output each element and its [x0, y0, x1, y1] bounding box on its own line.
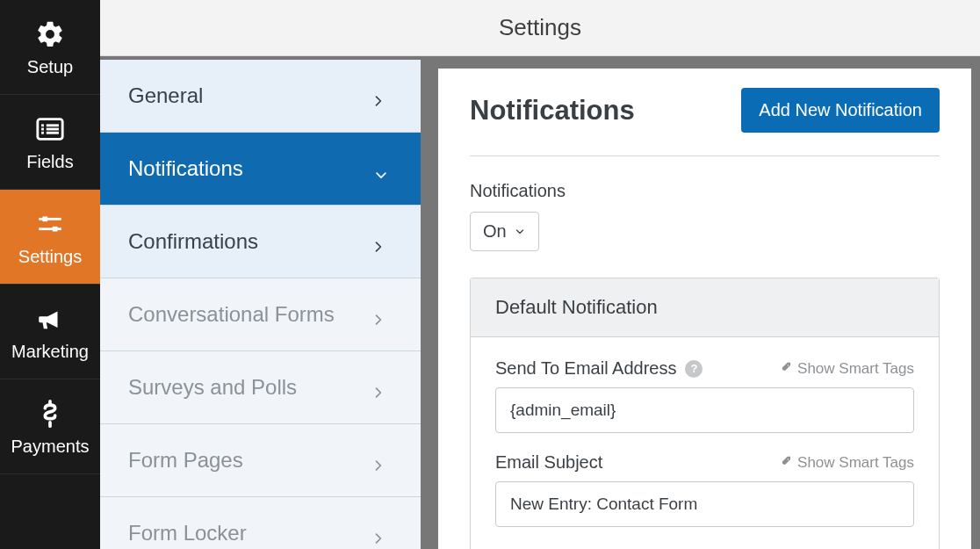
rail-item-label: Payments	[11, 437, 90, 457]
nav-item-label: Notifications	[128, 156, 243, 181]
show-smart-tags-link[interactable]: Show Smart Tags	[778, 360, 914, 378]
rail-item-label: Settings	[18, 247, 82, 267]
add-new-notification-button[interactable]: Add New Notification	[741, 88, 940, 133]
notification-card: Default Notification Send To Email Addre…	[470, 278, 940, 549]
subject-input[interactable]	[495, 481, 914, 527]
left-rail: Setup Fields Settings Marketing Payments	[0, 0, 100, 549]
section-heading: Notifications	[470, 95, 635, 126]
panes: General Notifications Confirmations Conv…	[100, 56, 980, 549]
bullhorn-icon	[32, 301, 68, 336]
rail-item-label: Fields	[26, 152, 73, 172]
nav-item-label: Form Locker	[128, 521, 247, 545]
workspace: Settings General Notifications Confirmat…	[100, 0, 980, 549]
smart-tags-label: Show Smart Tags	[797, 454, 914, 472]
subject-row: Email Subject Show Smart Tags	[495, 452, 914, 527]
send-to-row: Send To Email Address ? Show Smart Tags	[495, 358, 914, 433]
show-smart-tags-link[interactable]: Show Smart Tags	[778, 454, 914, 472]
card-header: Notifications Add New Notification	[470, 88, 940, 156]
nav-item-label: General	[128, 83, 203, 108]
nav-item-label: Conversational Forms	[128, 302, 335, 327]
rail-item-marketing[interactable]: Marketing	[0, 285, 100, 379]
nav-item-notifications[interactable]: Notifications	[100, 133, 421, 206]
notifications-toggle-block: Notifications On	[470, 181, 940, 251]
chevron-right-icon	[373, 454, 386, 466]
notification-card-body: Send To Email Address ? Show Smart Tags	[471, 337, 939, 549]
chevron-right-icon	[373, 90, 386, 102]
notifications-toggle-label: Notifications	[470, 181, 940, 201]
dollar-icon	[32, 396, 68, 431]
send-to-label: Send To Email Address	[495, 358, 676, 379]
settings-card: Notifications Add New Notification Notif…	[438, 69, 971, 549]
nav-item-confirmations[interactable]: Confirmations	[100, 206, 421, 278]
rail-item-payments[interactable]: Payments	[0, 379, 100, 474]
page-title: Settings	[499, 14, 581, 41]
rail-item-label: Setup	[27, 57, 73, 77]
rail-item-setup[interactable]: Setup	[0, 0, 100, 95]
nav-item-label: Confirmations	[128, 229, 258, 254]
smart-tags-label: Show Smart Tags	[797, 360, 914, 378]
notifications-toggle-select[interactable]: On	[470, 212, 539, 251]
gear-icon	[32, 17, 68, 52]
settings-nav: General Notifications Confirmations Conv…	[100, 60, 429, 549]
nav-item-general[interactable]: General	[100, 60, 421, 133]
rail-item-settings[interactable]: Settings	[0, 190, 100, 285]
nav-item-form-locker[interactable]: Form Locker	[100, 497, 421, 549]
tag-icon	[778, 456, 792, 470]
list-icon	[32, 112, 68, 147]
chevron-down-icon	[514, 228, 526, 236]
nav-item-label: Surveys and Polls	[128, 375, 297, 400]
main-column: Notifications Add New Notification Notif…	[429, 60, 980, 549]
chevron-right-icon	[373, 381, 386, 394]
select-value: On	[483, 221, 507, 242]
topbar: Settings	[100, 0, 980, 56]
rail-item-label: Marketing	[11, 342, 89, 362]
chevron-down-icon	[373, 163, 386, 175]
send-to-input[interactable]	[495, 387, 914, 433]
notification-card-title: Default Notification	[471, 278, 939, 337]
tag-icon	[778, 362, 792, 376]
nav-item-label: Form Pages	[128, 448, 243, 473]
nav-item-conversational-forms[interactable]: Conversational Forms	[100, 278, 421, 351]
help-icon[interactable]: ?	[685, 360, 703, 378]
chevron-right-icon	[373, 235, 386, 248]
sliders-icon	[32, 206, 68, 242]
chevron-right-icon	[373, 308, 386, 321]
nav-item-form-pages[interactable]: Form Pages	[100, 424, 421, 497]
nav-item-surveys-polls[interactable]: Surveys and Polls	[100, 351, 421, 424]
subject-label: Email Subject	[495, 452, 602, 473]
chevron-right-icon	[373, 527, 386, 539]
rail-item-fields[interactable]: Fields	[0, 95, 100, 190]
